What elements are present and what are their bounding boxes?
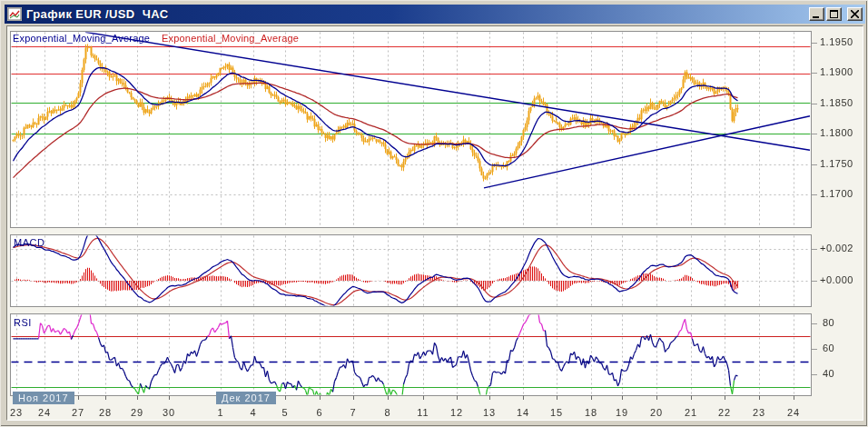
price-chart-canvas[interactable] [1, 1, 868, 427]
chart-window: График EUR /USD ЧАС Exponential_Moving_A… [0, 0, 868, 427]
